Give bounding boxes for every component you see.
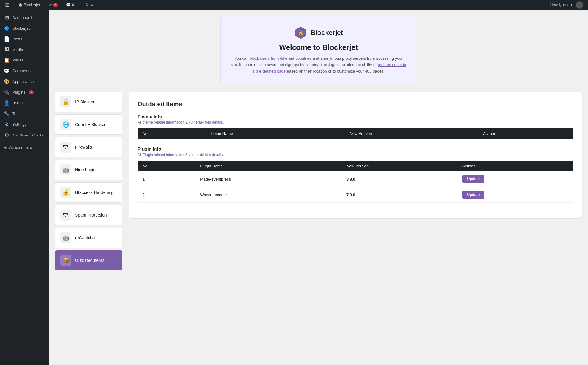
spam-protection-icon: 🛡 (60, 210, 71, 221)
appearance-icon: 🎨 (4, 79, 10, 84)
welcome-card: 🔒 Blockerjet Welcome to Blockerjet You c… (221, 16, 417, 84)
collapse-icon: ◀ (4, 145, 6, 150)
sidebar-item-plugins[interactable]: 🔌 Plugins 2 (0, 87, 49, 98)
row-version: 7.3.0 (341, 187, 458, 203)
plugin-col-version: New Version (341, 161, 458, 171)
sidebar-item-blockerjet[interactable]: 🔷 Blockerjet (0, 23, 49, 34)
sidebar-label-appearance: Appearance (12, 79, 34, 84)
plugin-nav-ip-blocker[interactable]: 🔒 IP Blocker (55, 92, 123, 112)
spam-protection-label: Spam Protection (75, 213, 107, 218)
table-row: 1 Mage-eventpress 3.8.0 Update (138, 171, 573, 187)
comments-icon: 💬 (66, 3, 71, 7)
htaccess-icon: 💰 (60, 187, 71, 198)
block-users-link[interactable]: block users from (250, 56, 279, 61)
row-no: 2 (138, 187, 195, 203)
redirect-link[interactable]: redirect users to a pre-defined page (252, 62, 406, 73)
posts-icon: 📄 (4, 36, 10, 42)
main-content: 🔒 Blockerjet Welcome to Blockerjet You c… (49, 10, 588, 365)
sidebar-label-comments: Comments (12, 69, 32, 73)
wp-logo-bar-item[interactable]: ⊞ (3, 0, 11, 10)
table-row: 2 Woocommerce 7.3.0 Update (138, 187, 573, 203)
firewalls-icon: 🛡 (60, 142, 71, 153)
svg-text:🔒: 🔒 (298, 30, 304, 36)
recaptcha-icon: 🤖 (60, 232, 71, 243)
sidebar-item-comments[interactable]: 💬 Comments (0, 65, 49, 76)
sidebar-item-pages[interactable]: 📋 Pages (0, 55, 49, 65)
theme-col-actions: Actions (478, 128, 573, 139)
plugin-section-title: Plugin Info (138, 146, 573, 151)
site-name: Blockerjet (24, 3, 40, 7)
blockerjet-icon: 🔷 (4, 25, 10, 31)
countries-link[interactable]: different countries (280, 56, 311, 61)
plugin-panel: Outdated Items Theme Info All theme rela… (129, 92, 582, 219)
update-button[interactable]: Update (462, 191, 485, 199)
new-content-bar-item[interactable]: + New (81, 0, 95, 10)
updates-icon: ⟳ (49, 3, 52, 7)
row-plugin-name: Woocommerce (195, 187, 341, 203)
theme-col-name: Theme Name (204, 128, 345, 139)
sidebar: ⊞ Dashboard 🔷 Blockerjet 📄 Posts 🖼 Media… (0, 10, 49, 365)
comments-bar-item[interactable]: 💬 0 (64, 0, 76, 10)
collapse-menu-button[interactable]: ◀ Collapse menu (0, 143, 49, 152)
howdy-text: Howdy, admin (550, 3, 573, 7)
theme-section-title: Theme Info (138, 114, 573, 119)
sidebar-label-ajax: Ajax Domain Checker (12, 133, 45, 137)
htaccess-label: Htaccess Hardening (75, 190, 114, 195)
sidebar-item-media[interactable]: 🖼 Media (0, 44, 49, 55)
theme-info-table: No. Theme Name New Version Actions (138, 128, 573, 139)
sidebar-item-ajax-domain[interactable]: ⚙ Ajax Domain Checker (0, 130, 49, 140)
wp-logo-icon: ⊞ (5, 2, 9, 8)
ip-blocker-icon: 🔒 (60, 96, 71, 107)
sidebar-item-appearance[interactable]: 🎨 Appearance (0, 76, 49, 87)
plugin-nav: 🔒 IP Blocker 🌐 Country Blocker 🛡 Firewal… (55, 92, 123, 273)
recaptcha-label: reCaptcha (75, 235, 95, 240)
plugin-nav-firewalls[interactable]: 🛡 Firewalls (55, 137, 123, 157)
blockerjet-logo-svg: 🔒 (294, 26, 307, 39)
sidebar-label-blockerjet: Blockerjet (12, 26, 30, 31)
plugins-badge: 2 (29, 90, 34, 94)
ajax-icon: ⚙ (4, 132, 10, 138)
update-button[interactable]: Update (462, 175, 485, 183)
plugin-col-actions: Actions (458, 161, 573, 171)
comments-count: 0 (72, 3, 74, 7)
sidebar-item-settings[interactable]: ⚙ Settings (0, 119, 49, 130)
hide-login-label: Hide Login (75, 167, 96, 172)
new-label: + New (83, 3, 93, 7)
content-area: 🔒 IP Blocker 🌐 Country Blocker 🛡 Firewal… (55, 92, 582, 273)
plugin-nav-outdated-items[interactable]: 📦 Outdated Items (55, 250, 123, 270)
country-blocker-label: Country Blocker (75, 122, 106, 127)
admin-bar: ⊞ 🏠 Blockerjet ⟳ 2 💬 0 + New Howdy, admi… (0, 0, 588, 10)
welcome-logo: 🔒 Blockerjet (231, 26, 406, 39)
tools-icon: 🔧 (4, 111, 10, 117)
sidebar-item-dashboard[interactable]: ⊞ Dashboard (0, 12, 49, 23)
comments-sidebar-icon: 💬 (4, 68, 10, 74)
sidebar-item-users[interactable]: 👤 Users (0, 98, 49, 108)
plugin-nav-country-blocker[interactable]: 🌐 Country Blocker (55, 114, 123, 135)
sidebar-label-dashboard: Dashboard (12, 15, 32, 20)
sidebar-label-users: Users (12, 101, 23, 105)
sidebar-label-settings: Settings (12, 122, 27, 127)
plugin-col-name: Plugin Name (195, 161, 341, 171)
theme-col-no: No. (138, 128, 204, 139)
sidebar-item-tools[interactable]: 🔧 Tools (0, 108, 49, 119)
sidebar-label-media: Media (12, 47, 23, 52)
theme-section-desc: All theme related information & vulnerab… (138, 120, 573, 125)
sidebar-label-pages: Pages (12, 58, 24, 62)
plugin-section-desc: All Plugin related information & vulnera… (138, 153, 573, 157)
sidebar-item-posts[interactable]: 📄 Posts (0, 34, 49, 44)
plugin-nav-recaptcha[interactable]: 🤖 reCaptcha (55, 228, 123, 248)
settings-icon: ⚙ (4, 121, 10, 127)
outdated-items-label: Outdated Items (75, 258, 104, 263)
logo-text: Blockerjet (311, 29, 343, 37)
ip-blocker-label: IP Blocker (75, 99, 95, 104)
welcome-description: You can block users from different count… (231, 55, 406, 74)
row-action: Update (458, 171, 573, 187)
howdy-bar-item[interactable]: Howdy, admin (548, 0, 585, 10)
hide-login-icon: 🤖 (60, 164, 71, 175)
plugin-nav-spam-protection[interactable]: 🛡 Spam Protection (55, 205, 123, 225)
site-name-bar-item[interactable]: 🏠 Blockerjet (16, 0, 42, 10)
plugin-nav-htaccess[interactable]: 💰 Htaccess Hardening (55, 182, 123, 203)
updates-bar-item[interactable]: ⟳ 2 (47, 0, 60, 10)
plugin-nav-hide-login[interactable]: 🤖 Hide Login (55, 160, 123, 180)
home-icon: 🏠 (18, 3, 23, 7)
